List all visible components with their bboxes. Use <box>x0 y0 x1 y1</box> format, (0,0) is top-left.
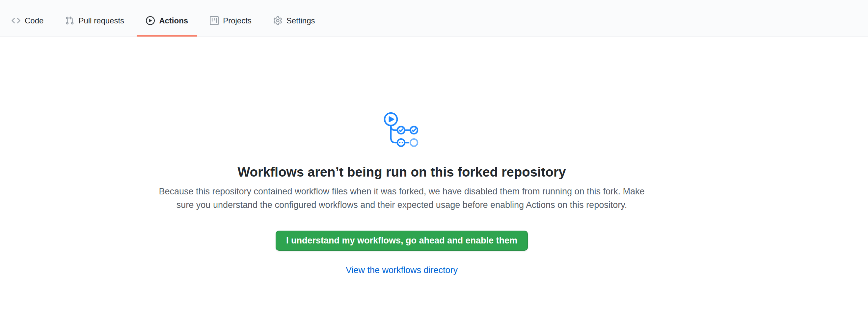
enable-workflows-button[interactable]: I understand my workflows, go ahead and … <box>276 230 528 251</box>
tab-actions[interactable]: Actions <box>137 5 197 37</box>
gear-icon <box>273 16 282 25</box>
empty-state-description: Because this repository contained workfl… <box>0 185 803 212</box>
repo-tab-nav: Code Pull requests Actions Projects Sett… <box>0 0 868 37</box>
tab-settings[interactable]: Settings <box>264 5 324 37</box>
link-row: View the workflows directory <box>0 265 803 275</box>
code-icon <box>11 16 21 25</box>
description-line-2: sure you understand the configured workf… <box>0 198 803 212</box>
tab-label: Projects <box>223 17 252 25</box>
tab-label: Settings <box>286 17 315 25</box>
actions-empty-state: Workflows aren’t being run on this forke… <box>0 111 803 275</box>
description-line-1: Because this repository contained workfl… <box>0 185 803 198</box>
project-icon <box>210 16 219 25</box>
tab-pull-requests[interactable]: Pull requests <box>56 5 133 37</box>
tab-label: Code <box>25 17 43 25</box>
tab-label: Pull requests <box>79 17 124 25</box>
actions-workflow-graph-icon <box>0 111 803 149</box>
play-icon <box>146 16 155 25</box>
empty-state-title: Workflows aren’t being run on this forke… <box>0 164 803 180</box>
tab-label: Actions <box>159 17 188 25</box>
tab-projects[interactable]: Projects <box>200 5 261 37</box>
tab-code[interactable]: Code <box>2 5 53 37</box>
git-pull-request-icon <box>65 16 74 25</box>
workflows-directory-link[interactable]: View the workflows directory <box>346 265 458 275</box>
